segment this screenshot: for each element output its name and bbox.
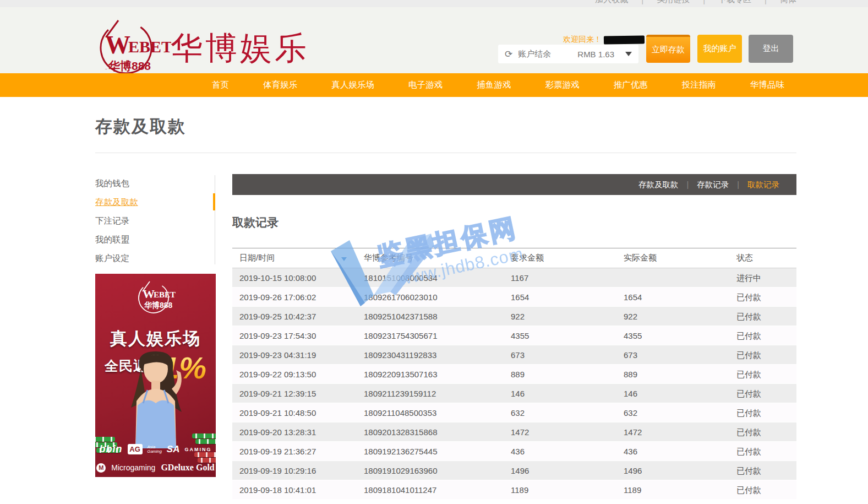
cell-reference: 1809220913507163 bbox=[357, 365, 504, 383]
deposit-now-button[interactable]: 立即存款 bbox=[646, 35, 690, 63]
cell-status: 已付款 bbox=[729, 307, 796, 326]
brand-name: 华博娱乐 bbox=[171, 27, 309, 70]
table-row: 2019-09-23 04:31:19180923043119283367367… bbox=[232, 345, 796, 365]
cell-status: 进行中 bbox=[729, 268, 796, 287]
my-account-button[interactable]: 我的账户 bbox=[697, 35, 742, 63]
refresh-balance-icon[interactable]: ⟳ bbox=[505, 50, 512, 59]
nav-item-promotions[interactable]: 推广优惠 bbox=[614, 79, 648, 91]
svg-text:W: W bbox=[105, 31, 130, 59]
cell-requested-amount: 673 bbox=[504, 345, 616, 364]
cell-status: 已付款 bbox=[729, 442, 796, 460]
site-logo[interactable]: W EBET 华博888 WEBET bbox=[94, 19, 171, 75]
nav-item-sports[interactable]: 体育娱乐 bbox=[263, 79, 297, 91]
sort-descending-icon[interactable] bbox=[341, 257, 347, 261]
ag-logo: AG bbox=[128, 444, 143, 454]
topbar-separator: | bbox=[641, 0, 643, 4]
logout-button[interactable]: 登出 bbox=[749, 35, 793, 63]
svg-text:华博888: 华博888 bbox=[108, 59, 151, 72]
col-header-actual-amount[interactable]: 实际金额 bbox=[616, 253, 729, 263]
tab-deposit-withdrawal[interactable]: 存款及取款 bbox=[630, 180, 687, 190]
cell-reference: 1809230431192833 bbox=[357, 345, 504, 364]
welcome-message: 欢迎回来！ bbox=[563, 35, 645, 45]
cell-datetime: 2019-09-21 10:48:50 bbox=[232, 403, 357, 422]
record-tabs-bar: 存款及取款 | 存款记录 | 取款记录 bbox=[232, 174, 796, 195]
cell-datetime: 2019-09-22 09:13:50 bbox=[232, 365, 357, 383]
cell-requested-amount: 889 bbox=[504, 365, 616, 383]
table-row: 2019-09-19 10:29:16180919102916396014961… bbox=[232, 461, 796, 480]
nav-item-huabo-taste[interactable]: 华博品味 bbox=[750, 79, 784, 91]
table-body: 2019-10-15 10:08:0018101510080005341167进… bbox=[232, 268, 796, 500]
cell-datetime: 2019-09-23 17:54:30 bbox=[232, 326, 357, 345]
cell-requested-amount: 4355 bbox=[504, 326, 616, 345]
nav-item-fishing[interactable]: 捕鱼游戏 bbox=[477, 79, 511, 91]
cell-requested-amount: 632 bbox=[504, 403, 616, 422]
table-row: 2019-09-23 17:54:30180923175430567143554… bbox=[232, 326, 796, 345]
sidebar-item-account-settings[interactable]: 账户设定 bbox=[95, 250, 214, 269]
microgaming-logo: M bbox=[96, 463, 106, 473]
topbar-separator: | bbox=[765, 0, 767, 4]
sidebar-item-deposit-withdrawal[interactable]: 存款及取款 bbox=[95, 194, 214, 213]
table-row: 2019-09-22 09:13:50180922091350716388988… bbox=[232, 365, 796, 384]
cell-datetime: 2019-09-19 10:29:16 bbox=[232, 461, 357, 480]
table-row: 2019-09-26 17:06:02180926170602301016541… bbox=[232, 288, 796, 307]
nav-item-live-casino[interactable]: 真人娱乐场 bbox=[331, 79, 374, 91]
svg-text:EBET: EBET bbox=[154, 290, 176, 299]
cell-actual-amount: 4355 bbox=[616, 326, 729, 345]
title-divider bbox=[95, 153, 796, 153]
col-header-reference[interactable]: 华博参考编号 bbox=[357, 253, 504, 263]
cell-status: 已付款 bbox=[729, 288, 796, 306]
site-header: W EBET 华博888 WEBET 华博娱乐 欢迎回来！ ⟳ 账户结余 RMB… bbox=[0, 7, 868, 73]
topbar-link-useful-links[interactable]: 实用链接 bbox=[657, 0, 690, 5]
col-header-status[interactable]: 状态 bbox=[729, 253, 796, 263]
col-header-requested-amount[interactable]: 要求金额 bbox=[504, 253, 616, 263]
nav-item-lottery[interactable]: 彩票游戏 bbox=[545, 79, 579, 91]
tab-deposit-records[interactable]: 存款记录 bbox=[689, 180, 737, 190]
promo-banner[interactable]: W EBET 华博888 真人娱乐场 全民返点1% bbin AG AsiaGa… bbox=[95, 274, 216, 477]
tab-withdrawal-records[interactable]: 取款记录 bbox=[739, 180, 788, 190]
table-header-row: 日期/时间 华博参考编号 要求金额 实际金额 状态 bbox=[232, 248, 796, 268]
cell-actual-amount: 1189 bbox=[616, 480, 729, 499]
table-row: 2019-09-25 10:42:37180925104237158892292… bbox=[232, 307, 796, 326]
deluxe-gold-logo: GDeluxe Gold bbox=[161, 463, 214, 473]
cell-actual-amount: 632 bbox=[616, 403, 729, 422]
cell-actual-amount: 889 bbox=[616, 365, 729, 383]
banner-providers-row2: M Microgaming GDeluxe Gold bbox=[95, 463, 216, 473]
banner-headline: 真人娱乐场 bbox=[95, 327, 216, 350]
cell-requested-amount: 922 bbox=[504, 307, 616, 326]
nav-item-slots[interactable]: 电子游戏 bbox=[408, 79, 443, 91]
cell-actual-amount: 1496 bbox=[616, 461, 729, 480]
cell-actual-amount: 146 bbox=[616, 384, 729, 403]
cell-reference: 1809251042371588 bbox=[357, 307, 504, 326]
sidebar-item-my-affiliate[interactable]: 我的联盟 bbox=[95, 231, 214, 250]
sa-gaming-logo-text: GAMING bbox=[184, 447, 211, 452]
nav-item-betting-guide[interactable]: 投注指南 bbox=[682, 79, 716, 91]
sidebar-divider bbox=[215, 175, 215, 264]
table-row: 2019-09-20 13:28:31180920132831586814721… bbox=[232, 422, 796, 442]
cell-reference: 1809192136275445 bbox=[357, 442, 504, 460]
topbar-link-favorites[interactable]: 加入收藏 bbox=[595, 0, 628, 5]
cell-reference: 1809181041011247 bbox=[357, 480, 504, 499]
cell-status: 已付款 bbox=[729, 422, 796, 441]
cell-datetime: 2019-09-25 10:42:37 bbox=[232, 307, 357, 326]
table-row: 2019-09-19 21:36:27180919213627544543643… bbox=[232, 442, 796, 461]
cell-status: 已付款 bbox=[729, 461, 796, 480]
cell-requested-amount: 1472 bbox=[504, 422, 616, 441]
sidebar-item-my-wallet[interactable]: 我的钱包 bbox=[95, 175, 214, 194]
svg-text:EBET: EBET bbox=[128, 37, 171, 56]
col-header-datetime[interactable]: 日期/时间 bbox=[232, 253, 357, 263]
cell-actual-amount: 1654 bbox=[616, 288, 729, 306]
nav-item-home[interactable]: 首页 bbox=[212, 79, 229, 91]
cell-actual-amount: 673 bbox=[616, 345, 729, 364]
sa-gaming-logo: SA bbox=[167, 444, 180, 455]
topbar-link-downloads[interactable]: 下载专区 bbox=[718, 0, 751, 5]
sidebar-item-betting-records[interactable]: 下注记录 bbox=[95, 213, 214, 231]
topbar-link-simplified-chinese[interactable]: 简体 bbox=[780, 0, 796, 5]
balance-dropdown-icon[interactable] bbox=[625, 52, 632, 56]
table-row: 2019-09-21 10:48:50180921104850035363263… bbox=[232, 403, 796, 422]
cell-status: 已付款 bbox=[729, 345, 796, 364]
cell-actual-amount bbox=[616, 268, 729, 287]
cell-status: 已付款 bbox=[729, 365, 796, 383]
cell-status: 已付款 bbox=[729, 384, 796, 403]
section-title: 取款记录 bbox=[232, 215, 279, 230]
cell-requested-amount: 436 bbox=[504, 442, 616, 460]
